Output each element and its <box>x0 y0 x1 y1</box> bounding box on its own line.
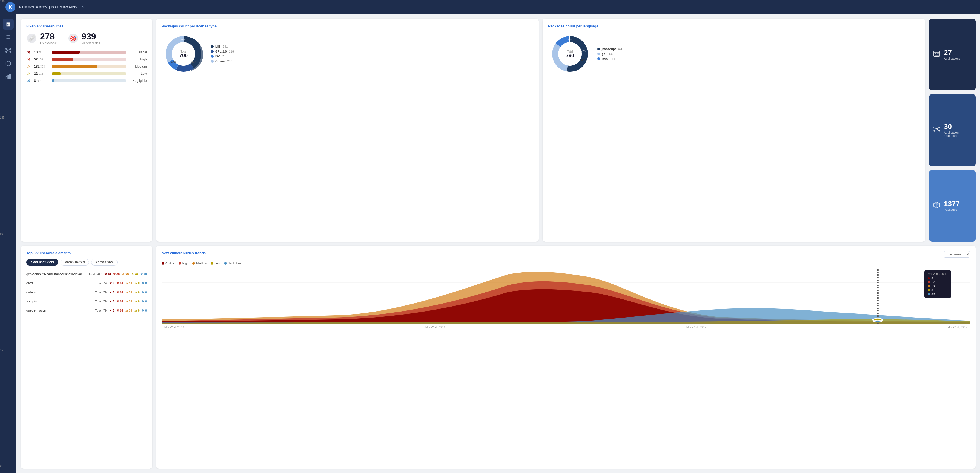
tooltip-negligible: 39 <box>928 292 948 295</box>
top5-tabs: APPLICATIONS RESOURCES PACKAGES <box>26 259 147 265</box>
legend-low: Low <box>211 262 220 265</box>
critical-legend-dot <box>162 262 164 265</box>
svg-text:🎯: 🎯 <box>70 35 76 41</box>
severity-row-medium: ⚠ 186/303 Medium <box>26 64 147 69</box>
legend-isc: ISC 71 <box>211 55 234 58</box>
negligible-legend-label: Negligible <box>228 262 241 265</box>
negligible-count: 8/262 <box>34 79 49 83</box>
vuln-counts-5: ✖ 8 ✖ 24 ⚠ 39 ⚠ 8 ✖ 0 <box>109 309 147 312</box>
high-legend-dot <box>178 262 181 265</box>
medium-legend-dot <box>192 262 195 265</box>
legend-negligible: Negligible <box>224 262 241 265</box>
svg-point-1 <box>6 48 7 49</box>
svg-line-47 <box>937 128 939 129</box>
applications-count: 27 <box>944 49 960 56</box>
x-axis-labels: Mar 22nd, 20:11 Mar 22nd, 20:11 Mar 22nd… <box>162 326 970 329</box>
packages-label: Packages <box>944 208 960 211</box>
negligible-label: Negligible <box>129 79 147 83</box>
svg-line-52 <box>937 204 940 205</box>
navbar-logo: K <box>5 2 15 12</box>
svg-text:33%: 33% <box>191 60 196 63</box>
svg-rect-38 <box>935 53 937 54</box>
negligible-icon: ✖ <box>26 79 31 83</box>
svg-text:40%: 40% <box>181 38 186 41</box>
fix-count: 278 <box>40 32 57 41</box>
svg-rect-39 <box>937 53 939 54</box>
svg-point-2 <box>10 48 11 49</box>
applications-icon <box>933 50 940 59</box>
top5-card: Top 5 vulnerable elements APPLICATIONS R… <box>21 246 152 468</box>
legend-others: Others 230 <box>211 60 234 63</box>
app-resources-count: 30 <box>944 123 972 130</box>
trends-chart-container: 180 135 90 45 0 <box>162 269 970 329</box>
svg-line-46 <box>935 128 936 129</box>
vuln-total-3: Total: 79 <box>95 291 107 294</box>
language-donut-svg: Total 790 53% 32% 14% <box>548 32 592 76</box>
low-count: 22/172 <box>34 72 49 76</box>
license-chart-card: Packages count per license type <box>156 19 539 242</box>
vuln-icon: 🎯 <box>68 33 79 44</box>
negligible-bar <box>52 79 126 83</box>
vuln-row-3: orders Total: 79 ✖ 8 ✖ 24 ⚠ 39 ⚠ 8 ✖ 0 <box>26 288 147 297</box>
trends-legend: Critical High Medium Low <box>162 262 970 265</box>
svg-point-42 <box>934 127 935 128</box>
trends-svg <box>162 269 970 324</box>
svg-rect-11 <box>10 75 11 79</box>
packages-icon <box>933 201 940 211</box>
trends-card: New vulnerabilities trends Last week Las… <box>156 246 975 468</box>
trends-filter[interactable]: Last week Last month <box>943 251 970 257</box>
others-dot <box>211 60 214 63</box>
vuln-counts-4: ✖ 8 ✖ 24 ⚠ 39 ⚠ 8 ✖ 0 <box>109 300 147 303</box>
tab-packages[interactable]: PACKAGES <box>91 259 118 265</box>
low-icon: ⚠ <box>26 71 31 76</box>
license-donut-svg: Total 700 40% 17% 10% 33% <box>162 32 205 76</box>
svg-line-6 <box>9 49 10 50</box>
medium-bar <box>52 65 126 68</box>
applications-stat[interactable]: 27 Applications <box>929 19 975 90</box>
medium-label: Medium <box>129 65 147 68</box>
fix-label: Fix available <box>40 41 57 44</box>
language-chart-card: Packages count per language Total 790 53… <box>542 19 925 242</box>
vuln-counts-2: ✖ 8 ✖ 24 ⚠ 39 ⚠ 8 ✖ 0 <box>109 282 147 285</box>
vuln-label: Vulnerabilities <box>81 41 100 44</box>
svg-text:700: 700 <box>180 53 188 58</box>
vuln-name-1: gcp-compute-persistent-disk-csi-driver <box>26 272 86 276</box>
vuln-total-4: Total: 79 <box>95 300 107 303</box>
vuln-name-4: shipping <box>26 300 92 303</box>
legend-go: go 256 <box>597 52 623 56</box>
tab-applications[interactable]: APPLICATIONS <box>26 259 58 265</box>
app-resources-label: Application resources <box>944 131 972 137</box>
top5-title: Top 5 vulnerable elements <box>26 251 147 255</box>
packages-count: 1377 <box>944 200 960 207</box>
high-icon: ✖ <box>26 57 31 62</box>
vuln-row-1: gcp-compute-persistent-disk-csi-driver T… <box>26 270 147 279</box>
svg-text:790: 790 <box>566 53 574 58</box>
packages-stat[interactable]: 1377 Packages <box>929 170 975 242</box>
high-label: High <box>129 57 147 61</box>
vuln-row-2: carts Total: 79 ✖ 8 ✖ 24 ⚠ 39 ⚠ 8 ✖ 0 <box>26 279 147 288</box>
content-area: Fixable vulnerabilities 🩹 278 Fix availa… <box>16 14 980 473</box>
medium-icon: ⚠ <box>26 64 31 69</box>
vuln-total-1: Total: 207 <box>89 273 102 276</box>
top-row: Fixable vulnerabilities 🩹 278 Fix availa… <box>21 19 975 242</box>
severity-row-negligible: ✖ 8/262 Negligible <box>26 79 147 83</box>
tooltip-critical: 8 <box>928 277 948 280</box>
refresh-button[interactable]: ↺ <box>80 5 84 10</box>
svg-point-45 <box>939 130 940 132</box>
language-donut-wrap: Total 790 53% 32% 14% javascript 420 <box>548 32 920 76</box>
total-vuln-item: 🎯 939 Vulnerabilities <box>68 32 100 44</box>
vuln-counts-3: ✖ 8 ✖ 24 ⚠ 39 ⚠ 8 ✖ 0 <box>109 291 147 294</box>
tab-resources[interactable]: RESOURCES <box>60 259 89 265</box>
critical-label: Critical <box>129 50 147 54</box>
bottom-row: Top 5 vulnerable elements APPLICATIONS R… <box>21 246 975 468</box>
vuln-name-2: carts <box>26 281 92 285</box>
medium-legend-label: Medium <box>196 262 207 265</box>
app-resources-stat[interactable]: 30 Application resources <box>929 94 975 166</box>
svg-point-44 <box>934 130 935 132</box>
svg-point-4 <box>10 51 11 52</box>
svg-text:17%: 17% <box>171 60 176 63</box>
vuln-counts-1: ✖ 16 ✖ 40 ⚠ 29 ⚠ 26 ✖ 96 <box>104 273 147 276</box>
license-donut-wrap: Total 700 40% 17% 10% 33% MIT 281 <box>162 32 533 76</box>
critical-icon: ✖ <box>26 50 31 54</box>
critical-bar <box>52 51 126 54</box>
